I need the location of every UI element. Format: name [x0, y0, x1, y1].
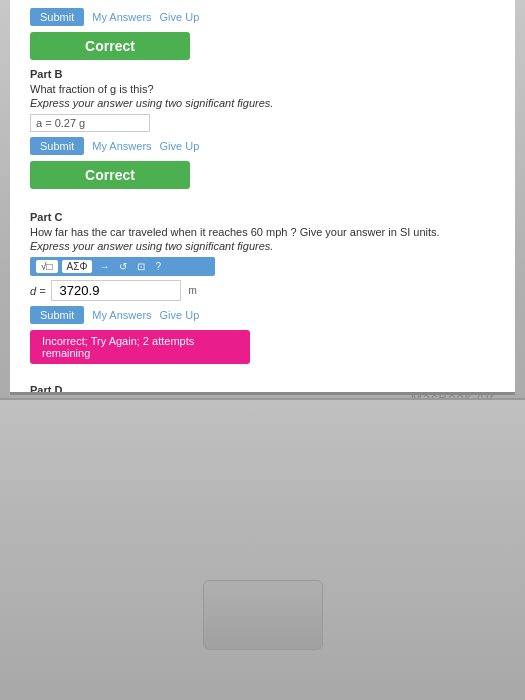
give-up-link-b[interactable]: Give Up: [160, 140, 200, 152]
sigma-button[interactable]: ΑΣΦ: [62, 260, 93, 273]
part-b-instruction: Express your answer using two significan…: [30, 97, 495, 109]
sqrt-button[interactable]: √□: [36, 260, 58, 273]
correct-banner-b: Correct: [30, 161, 190, 189]
part-b-section: Part B What fraction of g is this? Expre…: [30, 68, 495, 203]
part-c-section: Part C How far has the car traveled when…: [30, 211, 495, 376]
laptop-body: Submit My Answers Give Up Correct Part B…: [0, 0, 525, 700]
partC-toolbar: Submit My Answers Give Up: [30, 306, 495, 324]
submit-button-b[interactable]: Submit: [30, 137, 84, 155]
my-answers-link-c[interactable]: My Answers: [92, 309, 151, 321]
keyboard-base: esc ☀ ☀☀ ⊞ ⊡ 🔇 🔉 🔊 ⏮ ⏯ ⏭ ~ ` !: [0, 398, 525, 700]
part-b-input-row: [30, 114, 495, 132]
part-c-question: How far has the car traveled when it rea…: [30, 226, 495, 238]
part-c-input-row: d = m: [30, 280, 495, 301]
correct-banner-a: Correct: [30, 32, 190, 60]
my-answers-link-b[interactable]: My Answers: [92, 140, 151, 152]
incorrect-banner-c: Incorrect; Try Again; 2 attempts remaini…: [30, 330, 250, 364]
part-c-instruction: Express your answer using two significan…: [30, 240, 495, 252]
give-up-link-a[interactable]: Give Up: [160, 11, 200, 23]
part-b-question: What fraction of g is this?: [30, 83, 495, 95]
give-up-link-c[interactable]: Give Up: [160, 309, 200, 321]
browser-content: Submit My Answers Give Up Correct Part B…: [10, 0, 515, 392]
math-toolbar: √□ ΑΣΦ → ↺ ⊡ ?: [30, 257, 215, 276]
submit-button-c[interactable]: Submit: [30, 306, 84, 324]
part-b-input[interactable]: [30, 114, 150, 132]
redo-button[interactable]: ↺: [116, 260, 130, 273]
part-c-unit: m: [189, 285, 197, 296]
question-button[interactable]: ?: [152, 260, 164, 273]
part-c-input[interactable]: [51, 280, 181, 301]
arrow-button[interactable]: →: [96, 260, 112, 273]
part-c-heading: Part C: [30, 211, 495, 223]
clock-button[interactable]: ⊡: [134, 260, 148, 273]
trackpad[interactable]: [203, 580, 323, 650]
part-b-heading: Part B: [30, 68, 495, 80]
submit-button-a[interactable]: Submit: [30, 8, 84, 26]
laptop-screen: Submit My Answers Give Up Correct Part B…: [10, 0, 515, 395]
part-c-var: d =: [30, 285, 46, 297]
partA-toolbar: Submit My Answers Give Up: [30, 8, 495, 26]
partB-toolbar: Submit My Answers Give Up: [30, 137, 495, 155]
my-answers-link-a[interactable]: My Answers: [92, 11, 151, 23]
